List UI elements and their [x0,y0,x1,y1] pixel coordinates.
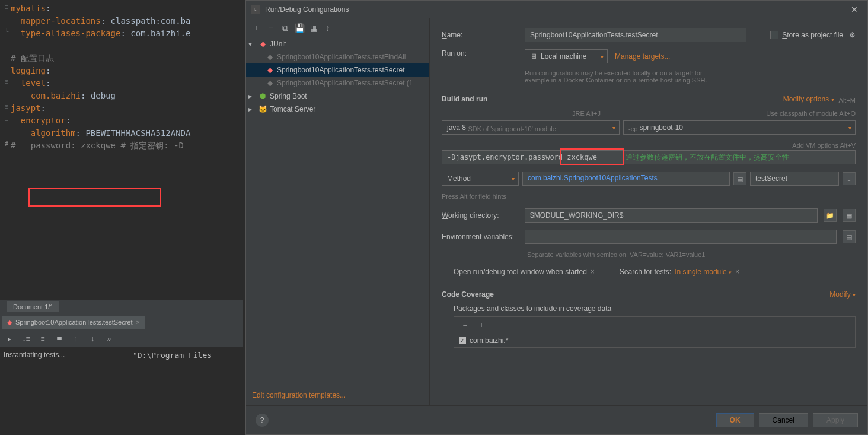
run-tab-bar: ◆ Springboot10ApplicationTests.testSecre… [0,314,243,331]
test-method-input[interactable] [750,172,839,186]
jre-hint: JRE Alt+J [572,110,601,117]
classpath-dropdown[interactable]: -cp springboot-10 [623,120,856,135]
add-icon[interactable]: + [476,319,487,331]
tree-item[interactable]: ◆Springboot10ApplicationTests.testFindAl… [246,50,429,63]
addvm-hint: Add VM options Alt+V [792,142,856,149]
open-tool-chip[interactable]: Open run/debug tool window when started× [454,268,595,276]
tree-item[interactable]: ◆Springboot10ApplicationTests.testSecret… [246,77,429,90]
classpath-hint: Use classpath of module Alt+O [766,110,856,117]
name-label: NName:ame: [442,31,519,39]
editor-pane: ⊟mybatis: mapper-locations: classpath:co… [0,0,243,435]
modify-options-link[interactable]: Modify options ▾ [783,95,834,103]
wd-input[interactable] [525,208,818,223]
sort-icon[interactable]: ↕ [322,22,334,34]
run-config-dialog: IJ Run/Debug Configurations ✕ + − ⧉ 💾 ▦ … [245,0,868,435]
config-form: NName:ame: Store as project file ⚙ Run o… [430,18,867,405]
annotation-text: 通过参数传递密钥，不放在配置文件中，提高安全性 [626,153,789,163]
junit-icon: ◆ [7,319,12,326]
test-tree[interactable]: Instantiating tests... [0,347,129,435]
jre-dropdown[interactable]: java 8 SDK of 'springboot-10' module [442,120,620,135]
browse-class-icon[interactable]: ▤ [733,172,746,185]
cancel-button[interactable]: Cancel [759,413,808,427]
tree-junit[interactable]: ▾◆JUnit [246,37,429,50]
env-browse-icon[interactable]: ▤ [843,230,856,243]
code-editor[interactable]: ⊟mybatis: mapper-locations: classpath:co… [0,0,243,154]
console-output[interactable]: "D:\Program Files [129,347,243,435]
password-highlight [28,188,161,207]
console-toolbar: ▸ ↓≡ ≡ ≣ ↑ ↓ » [0,331,243,347]
apply-button[interactable]: Apply [813,413,858,427]
config-tree-pane: + − ⧉ 💾 ▦ ↕ ▾◆JUnit ◆Springboot10Applica… [246,18,430,405]
build-run-header: Build and run Modify options ▾ Alt+M [442,94,856,104]
dialog-footer: ? OK Cancel Apply [246,405,867,434]
dialog-title: Run/Debug Configurations [265,5,846,14]
env-label: Environment variables: [442,233,519,241]
check-icon[interactable]: ✓ [459,337,466,344]
runon-hint: Run configurations may be executed local… [525,69,856,84]
name-input[interactable] [525,28,746,42]
runon-label: Run on: [442,49,519,58]
modify-coverage-link[interactable]: Modify ▾ [829,290,856,299]
method-dropdown[interactable]: Method [442,172,519,186]
coverage-header: Code Coverage Modify ▾ [442,290,856,299]
gear-icon[interactable]: ⚙ [849,31,856,39]
dialog-titlebar: IJ Run/Debug Configurations ✕ [246,1,867,18]
manage-targets-link[interactable]: Manage targets... [615,52,670,61]
expand-icon[interactable]: ≡ [37,333,49,345]
env-hint: Separate variables with semicolon: VAR=v… [527,251,856,258]
wd-label: Working directory: [442,211,519,220]
coverage-table: − + ✓ com.baizhi.* [454,316,856,348]
test-class-input[interactable]: com.baizhi.Springboot10ApplicationTests [522,172,730,186]
ok-button[interactable]: OK [716,413,754,427]
tree-toolbar: + − ⧉ 💾 ▦ ↕ [246,18,429,37]
tree-springboot[interactable]: ▸⬢Spring Boot [246,90,429,103]
edit-templates-link[interactable]: Edit configuration templates... [252,391,346,399]
tree-item-selected[interactable]: ◆Springboot10ApplicationTests.testSecret [246,63,429,77]
collapse-icon[interactable]: ≣ [53,333,65,345]
config-tree[interactable]: ▾◆JUnit ◆Springboot10ApplicationTests.te… [246,37,429,385]
up-icon[interactable]: ↑ [70,333,82,345]
help-icon[interactable]: ? [256,414,269,427]
runon-dropdown[interactable]: 🖥 Local machine [525,49,608,63]
run-tab[interactable]: ◆ Springboot10ApplicationTests.testSecre… [2,316,145,329]
sort-icon[interactable]: ↓≡ [20,333,32,345]
settings-icon[interactable]: » [103,333,115,345]
table-row[interactable]: ✓ com.baizhi.* [454,334,855,347]
doc-counter: Document 1/1 [7,301,59,312]
browse-method-icon[interactable]: … [843,172,856,185]
down-icon[interactable]: ↓ [87,333,98,345]
save-icon[interactable]: 💾 [293,22,305,34]
search-tests-chip[interactable]: Search for tests: In single module ▾ × [620,268,739,276]
filter-icon[interactable]: ▸ [4,333,15,345]
store-project-checkbox[interactable]: Store as project file [770,31,843,39]
intellij-icon: IJ [251,5,260,14]
folder-icon[interactable]: 📁 [824,209,837,222]
machine-icon: 🖥 [530,52,537,61]
tree-tomcat[interactable]: ▸🐱Tomcat Server [246,103,429,116]
close-icon[interactable]: × [136,319,140,326]
close-icon[interactable]: ✕ [846,5,863,14]
copy-icon[interactable]: ⧉ [279,22,291,34]
editor-status-bar: Document 1/1 [0,300,243,314]
vm-highlight [560,148,624,165]
remove-icon[interactable]: − [265,22,277,34]
env-input[interactable] [525,230,837,244]
insert-icon[interactable]: ▤ [843,209,856,222]
console: Instantiating tests... "D:\Program Files [0,347,243,435]
add-icon[interactable]: + [251,22,263,34]
remove-icon[interactable]: − [459,319,471,331]
alt-hint: Press Alt for field hints [442,193,856,200]
folder-icon[interactable]: ▦ [308,22,320,34]
pkg-label: Packages and classes to include in cover… [454,304,856,313]
